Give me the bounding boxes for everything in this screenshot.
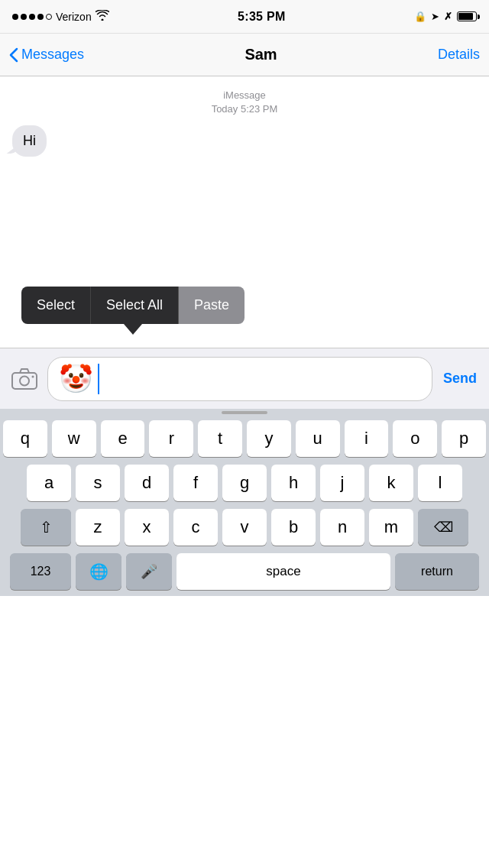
- text-cursor: [98, 364, 99, 394]
- status-left: Verizon: [12, 10, 109, 24]
- keyboard: q w e r t y u i o p a s d f g h j k l ⇧ …: [0, 409, 489, 596]
- key-o[interactable]: o: [393, 420, 437, 457]
- details-button[interactable]: Details: [438, 47, 480, 63]
- carrier-label: Verizon: [56, 11, 92, 23]
- bluetooth-icon: ✗: [444, 11, 452, 22]
- shift-key[interactable]: ⇧: [21, 509, 71, 546]
- nav-bar: Messages Sam Details: [0, 34, 489, 76]
- svg-point-1: [20, 376, 29, 385]
- message-input[interactable]: 🤡: [47, 357, 432, 401]
- key-h[interactable]: h: [271, 465, 316, 501]
- keyboard-row-1: q w e r t y u i o p: [0, 416, 489, 461]
- key-e[interactable]: e: [101, 420, 145, 457]
- signal-dot-3: [29, 14, 35, 20]
- message-time: Today 5:23 PM: [0, 102, 489, 116]
- delete-key[interactable]: ⌫: [418, 509, 468, 546]
- status-bar: Verizon 5:35 PM 🔒 ➤ ✗: [0, 0, 489, 34]
- send-button[interactable]: Send: [440, 371, 480, 387]
- wifi-icon: [96, 10, 109, 24]
- context-menu-inner: Select Select All Paste: [21, 287, 244, 324]
- space-key[interactable]: space: [176, 553, 390, 590]
- back-label: Messages: [21, 47, 84, 63]
- key-q[interactable]: q: [3, 420, 47, 457]
- key-i[interactable]: i: [345, 420, 389, 457]
- key-v[interactable]: v: [222, 509, 267, 546]
- signal-dot-4: [37, 14, 44, 20]
- key-f[interactable]: f: [173, 465, 218, 501]
- numbers-key[interactable]: 123: [10, 553, 71, 590]
- context-menu: Select Select All Paste: [21, 287, 244, 324]
- delete-icon: ⌫: [434, 519, 453, 536]
- key-a[interactable]: a: [27, 465, 71, 501]
- key-p[interactable]: p: [442, 420, 486, 457]
- back-button[interactable]: Messages: [9, 47, 84, 63]
- key-x[interactable]: x: [125, 509, 169, 546]
- key-n[interactable]: n: [320, 509, 364, 546]
- keyboard-row-2: a s d f g h j k l: [0, 461, 489, 505]
- key-u[interactable]: u: [296, 420, 340, 457]
- key-c[interactable]: c: [173, 509, 218, 546]
- battery-fill: [458, 13, 473, 20]
- imessage-label: iMessage: [0, 89, 489, 102]
- bubble-text: Hi: [23, 133, 36, 148]
- lock-icon: 🔒: [414, 11, 426, 22]
- signal-dot-1: [12, 14, 18, 20]
- svg-rect-0: [12, 373, 37, 389]
- signal-dot-5: [46, 14, 52, 20]
- select-button[interactable]: Select: [21, 287, 90, 324]
- context-menu-arrow: [124, 324, 142, 335]
- bubble-hi[interactable]: Hi: [12, 125, 47, 157]
- select-all-button[interactable]: Select All: [90, 287, 179, 324]
- key-s[interactable]: s: [76, 465, 120, 501]
- key-z[interactable]: z: [76, 509, 120, 546]
- input-area: 🤡 Send: [0, 348, 489, 409]
- battery-icon: [457, 11, 477, 21]
- message-bubble: Hi: [0, 125, 489, 157]
- key-y[interactable]: y: [247, 420, 291, 457]
- key-m[interactable]: m: [369, 509, 413, 546]
- status-time: 5:35 PM: [238, 10, 286, 24]
- return-key[interactable]: return: [395, 553, 479, 590]
- key-j[interactable]: j: [320, 465, 364, 501]
- key-b[interactable]: b: [271, 509, 316, 546]
- key-d[interactable]: d: [125, 465, 169, 501]
- paste-button[interactable]: Paste: [179, 287, 244, 324]
- keyboard-spacer: [0, 409, 489, 416]
- mic-key[interactable]: 🎤: [126, 553, 172, 590]
- key-k[interactable]: k: [369, 465, 413, 501]
- keyboard-bottom-row: 123 🌐 🎤 space return: [0, 549, 489, 596]
- location-icon: ➤: [431, 11, 439, 22]
- key-g[interactable]: g: [222, 465, 267, 501]
- nav-title: Sam: [244, 46, 277, 63]
- svg-point-2: [32, 375, 34, 377]
- message-area: iMessage Today 5:23 PM Hi Select Select …: [0, 76, 489, 344]
- keyboard-spacer-line: [222, 411, 267, 414]
- keyboard-row-3: ⇧ z x c v b n m ⌫: [0, 505, 489, 549]
- key-w[interactable]: w: [52, 420, 96, 457]
- signal-dots: [12, 14, 52, 20]
- key-t[interactable]: t: [198, 420, 242, 457]
- globe-key[interactable]: 🌐: [76, 553, 121, 590]
- camera-button[interactable]: [9, 364, 40, 394]
- key-r[interactable]: r: [149, 420, 193, 457]
- shift-icon: ⇧: [40, 518, 53, 536]
- clown-emoji: 🤡: [59, 365, 93, 393]
- signal-dot-2: [21, 14, 27, 20]
- key-l[interactable]: l: [418, 465, 462, 501]
- status-right: 🔒 ➤ ✗: [414, 11, 477, 22]
- message-date: iMessage Today 5:23 PM: [0, 76, 489, 125]
